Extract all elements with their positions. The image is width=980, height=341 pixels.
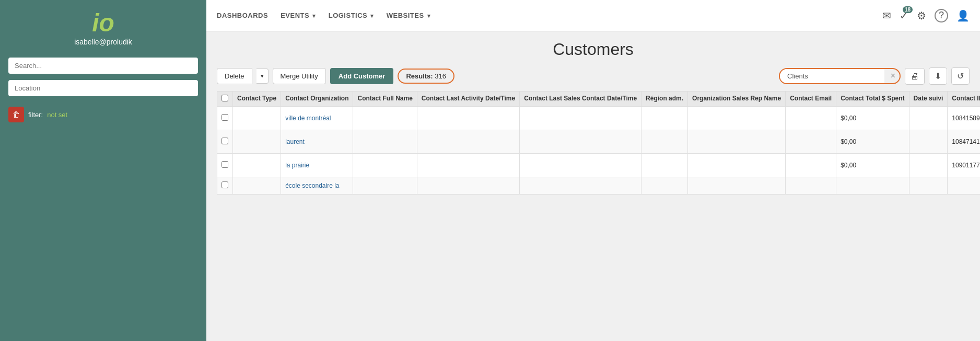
cell-date-suivi (909, 177, 948, 195)
help-icon[interactable]: ? (935, 9, 948, 22)
cell-last-sales (520, 130, 641, 154)
table-row: ville de montréal $0,00 10841589 *Prolud… (217, 107, 981, 130)
row-checkbox-cell (217, 154, 233, 177)
cell-total-spent: $0,00 (836, 154, 909, 177)
cell-sales-rep (688, 154, 786, 177)
cell-last-activity (417, 130, 519, 154)
cell-email (786, 107, 836, 130)
logo-area: io isabelle@proludik (0, 0, 206, 51)
cell-last-sales (520, 154, 641, 177)
cell-email (786, 130, 836, 154)
results-count: 316 (435, 72, 446, 80)
cell-contact-id: 10901177 (948, 154, 980, 177)
cell-region (641, 154, 688, 177)
location-area (0, 78, 206, 103)
filter-label: filter: (28, 111, 43, 119)
cell-contact-org[interactable]: la prairie (281, 154, 353, 177)
customers-table: Contact Type Contact Organization Contac… (217, 91, 980, 195)
tasks-badge: 18 (903, 6, 913, 13)
search-clear-button[interactable]: × (886, 69, 900, 83)
row-checkbox[interactable] (221, 161, 228, 168)
row-checkbox[interactable] (221, 138, 228, 144)
cell-last-activity (417, 154, 519, 177)
cell-contact-type (233, 107, 281, 130)
mail-icon[interactable]: ✉ (882, 9, 891, 22)
col-contact-type: Contact Type (233, 92, 281, 107)
websites-chevron (426, 12, 431, 19)
cell-last-sales (520, 107, 641, 130)
select-all-checkbox[interactable] (221, 95, 228, 101)
nav-dashboards[interactable]: DASHBOARDS (217, 9, 268, 21)
add-customer-button[interactable]: Add Customer (330, 68, 394, 84)
cell-date-suivi (909, 107, 948, 130)
top-nav: DASHBOARDS EVENTS LOGISTICS WEBSITES ✉ ✓… (206, 0, 980, 31)
col-contact-org: Contact Organization (281, 92, 353, 107)
main-content: DASHBOARDS EVENTS LOGISTICS WEBSITES ✉ ✓… (206, 0, 980, 341)
logo-icon: io (5, 10, 201, 36)
nav-logistics[interactable]: LOGISTICS (329, 9, 374, 21)
location-input[interactable] (8, 80, 198, 96)
row-checkbox[interactable] (221, 114, 228, 121)
filter-value: not set (47, 111, 67, 119)
user-icon[interactable]: 👤 (956, 9, 970, 22)
table-row: école secondaire la *Proludik... (217, 177, 981, 195)
select-all-header (217, 92, 233, 107)
cell-contact-org[interactable]: laurent (281, 130, 353, 154)
search-input[interactable] (8, 58, 198, 74)
cell-region (641, 177, 688, 195)
cell-sales-rep (688, 107, 786, 130)
sidebar: io isabelle@proludik 🗑 filter: not set (0, 0, 206, 341)
page-title: Customers (217, 40, 970, 59)
check-tasks-icon[interactable]: ✓ 18 (900, 9, 908, 22)
toolbar: Delete ▾ Merge Utility Add Customer Resu… (217, 67, 970, 85)
cell-full-name (353, 177, 417, 195)
delete-dropdown-button[interactable]: ▾ (256, 69, 269, 84)
clients-search-input[interactable] (780, 69, 884, 83)
cell-contact-type (233, 154, 281, 177)
events-chevron (311, 12, 316, 19)
cell-total-spent (836, 177, 909, 195)
cell-full-name (353, 154, 417, 177)
nav-icons: ✉ ✓ 18 ⚙ ? 👤 (882, 9, 970, 22)
cell-contact-type (233, 177, 281, 195)
print-button[interactable]: 🖨 (905, 68, 925, 85)
cell-date-suivi (909, 130, 948, 154)
results-badge: Results: 316 (398, 69, 454, 84)
col-contact-id: Contact ID (948, 92, 980, 107)
refresh-button[interactable]: ↺ (951, 67, 970, 85)
cell-total-spent: $0,00 (836, 130, 909, 154)
nav-websites[interactable]: WEBSITES (387, 9, 430, 21)
cell-contact-id: 10841589 (948, 107, 980, 130)
table-row: laurent $0,00 10847141 *Proludik Quebec (217, 130, 981, 154)
cell-email (786, 154, 836, 177)
col-sales-rep: Organization Sales Rep Name (688, 92, 786, 107)
clients-search-wrapper: × (779, 68, 901, 84)
delete-button[interactable]: Delete (217, 68, 252, 84)
row-checkbox[interactable] (221, 181, 228, 188)
col-full-name: Contact Full Name (353, 92, 417, 107)
page-content: Customers Delete ▾ Merge Utility Add Cus… (206, 31, 980, 341)
row-checkbox-cell (217, 177, 233, 195)
logistics-chevron (369, 12, 374, 19)
cell-contact-id: 10847141 (948, 130, 980, 154)
download-button[interactable]: ⬇ (929, 67, 947, 85)
cell-last-activity (417, 177, 519, 195)
user-email: isabelle@proludik (5, 38, 201, 46)
clear-filter-button[interactable]: 🗑 (8, 107, 24, 122)
cell-last-sales (520, 177, 641, 195)
gear-icon[interactable]: ⚙ (917, 9, 926, 22)
cell-contact-org[interactable]: école secondaire la (281, 177, 353, 195)
cell-sales-rep (688, 130, 786, 154)
cell-last-activity (417, 107, 519, 130)
cell-sales-rep (688, 177, 786, 195)
cell-contact-org[interactable]: ville de montréal (281, 107, 353, 130)
search-filter-area: × 🖨 ⬇ ↺ (779, 67, 970, 85)
col-region: Région adm. (641, 92, 688, 107)
col-last-activity: Contact Last Activity Date/Time (417, 92, 519, 107)
cell-full-name (353, 107, 417, 130)
col-total-spent: Contact Total $ Spent (836, 92, 909, 107)
cell-region (641, 107, 688, 130)
nav-events[interactable]: EVENTS (281, 9, 316, 21)
col-date-suivi: Date suivi (909, 92, 948, 107)
merge-utility-button[interactable]: Merge Utility (273, 68, 326, 84)
